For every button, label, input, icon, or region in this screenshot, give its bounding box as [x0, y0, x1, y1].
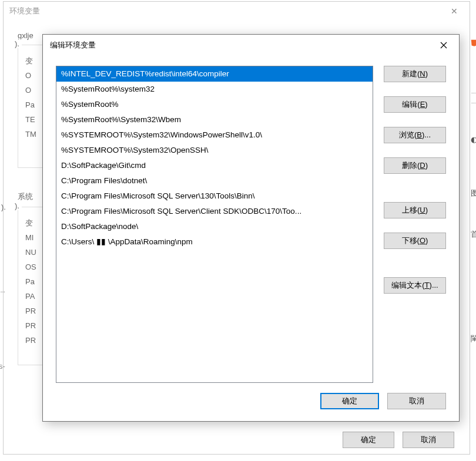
- close-icon[interactable]: [431, 36, 457, 55]
- cancel-button[interactable]: 取消: [403, 432, 454, 448]
- new-button[interactable]: 新建(N): [384, 66, 446, 82]
- user-group-label: ).: [12, 39, 22, 48]
- path-listbox[interactable]: %INTEL_DEV_REDIST%redist\intel64\compile…: [56, 66, 373, 383]
- ok-button[interactable]: 确定: [343, 432, 394, 448]
- system-group-label: ).: [12, 201, 22, 210]
- list-item[interactable]: %SystemRoot%\system32: [56, 82, 373, 97]
- right-icon: [470, 39, 476, 49]
- close-icon[interactable]: ✕: [443, 3, 466, 19]
- right-frag: [471, 93, 476, 103]
- list-item[interactable]: C:\Program Files\dotnet\: [56, 173, 373, 189]
- edit-text-button[interactable]: 编辑文本(T)...: [384, 277, 446, 294]
- list-item[interactable]: %SystemRoot%\System32\Wbem: [56, 112, 373, 127]
- list-item[interactable]: %INTEL_DEV_REDIST%redist\intel64\compile…: [56, 66, 373, 82]
- list-item[interactable]: C:\Program Files\Microsoft SQL Server\13…: [56, 189, 373, 204]
- browse-button[interactable]: 浏览(B)...: [384, 127, 446, 143]
- right-frag: 閳: [471, 334, 476, 344]
- side-buttons: 新建(N) 编辑(E) 浏览(B)... 删除(D): [384, 66, 446, 387]
- env-vars-titlebar: 环境变量 ✕: [4, 2, 470, 21]
- ok-button[interactable]: 确定: [320, 393, 379, 409]
- edit-button[interactable]: 编辑(E): [384, 96, 446, 113]
- edit-titlebar: 编辑环境变量: [43, 35, 459, 55]
- left-frag: ...: [0, 285, 7, 294]
- list-item[interactable]: C:\Program Files\Microsoft SQL Server\Cl…: [56, 204, 373, 219]
- list-item[interactable]: %SystemRoot%: [56, 97, 373, 112]
- edit-env-var-dialog: 编辑环境变量 %INTEL_DEV_REDIST%redist\intel64\…: [42, 34, 460, 422]
- left-frag: ).: [1, 203, 6, 211]
- list-item[interactable]: %SYSTEMROOT%\System32\OpenSSH\: [56, 143, 373, 158]
- list-item[interactable]: D:\SoftPackage\Git\cmd: [56, 158, 373, 173]
- cancel-button[interactable]: 取消: [387, 393, 446, 409]
- list-item[interactable]: %SYSTEMROOT%\System32\WindowsPowerShell\…: [56, 127, 373, 143]
- move-up-button[interactable]: 上移(U): [384, 202, 446, 218]
- left-frag: s-: [0, 362, 7, 371]
- right-frag: 首: [471, 229, 476, 240]
- right-frag: 图: [471, 188, 476, 198]
- list-item[interactable]: D:\SoftPackage\node\: [56, 219, 373, 234]
- right-frag: ◐: [471, 135, 476, 144]
- delete-button[interactable]: 删除(D): [384, 157, 446, 174]
- move-down-button[interactable]: 下移(O): [384, 233, 446, 249]
- list-item[interactable]: C:\Users\ ▮▮ \AppData\Roaming\npm: [56, 234, 373, 250]
- edit-title: 编辑环境变量: [50, 40, 96, 51]
- env-vars-title: 环境变量: [9, 6, 40, 16]
